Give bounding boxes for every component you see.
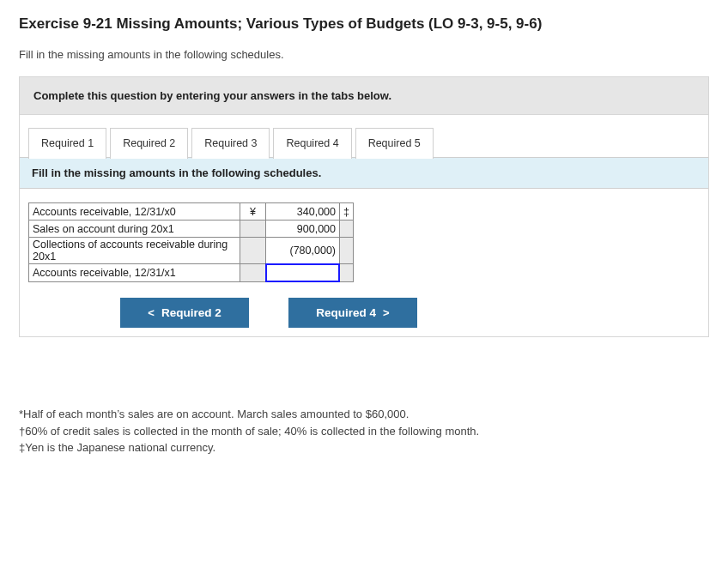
sheet-area: Accounts receivable, 12/31/x0 ¥ 340,000 …	[20, 189, 708, 336]
value-cell: (780,000)	[266, 238, 340, 264]
next-button-label: Required 4	[316, 306, 376, 319]
prev-button[interactable]: < Required 2	[120, 298, 249, 328]
symbol-cell: ‡	[340, 203, 354, 221]
footnotes: *Half of each month’s sales are on accou…	[19, 406, 709, 456]
intro-text: Fill in the missing amounts in the follo…	[19, 48, 709, 61]
row-label: Accounts receivable, 12/31/x1	[29, 264, 240, 282]
symbol-cell	[340, 264, 354, 282]
tab-required-5[interactable]: Required 5	[355, 128, 434, 159]
answer-input[interactable]	[266, 264, 339, 281]
symbol-cell	[340, 221, 354, 238]
prev-button-label: Required 2	[161, 306, 221, 319]
footnote-b: †60% of credit sales is collected in the…	[19, 423, 709, 440]
sub-instruction: Fill in the missing amounts in the follo…	[20, 157, 708, 189]
currency-cell	[240, 221, 266, 238]
tab-required-1[interactable]: Required 1	[28, 128, 106, 159]
row-label: Sales on account during 20x1	[29, 221, 240, 238]
answer-input-cell[interactable]	[266, 264, 340, 282]
row-label: Collections of accounts receivable durin…	[29, 238, 240, 264]
currency-cell	[240, 264, 266, 282]
table-row: Sales on account during 20x1 900,000	[29, 221, 354, 238]
value-cell: 900,000	[266, 221, 340, 238]
page-title: Exercise 9-21 Missing Amounts; Various T…	[19, 15, 709, 33]
next-button[interactable]: Required 4 >	[288, 298, 417, 328]
instruction-bar: Complete this question by entering your …	[20, 77, 708, 115]
symbol-cell	[340, 238, 354, 264]
chevron-left-icon: <	[148, 306, 155, 319]
question-panel: Complete this question by entering your …	[19, 76, 709, 337]
tab-required-3[interactable]: Required 3	[191, 128, 270, 159]
nav-buttons: < Required 2 Required 4 >	[28, 282, 509, 336]
schedule-table: Accounts receivable, 12/31/x0 ¥ 340,000 …	[28, 202, 354, 282]
table-row: Accounts receivable, 12/31/x0 ¥ 340,000 …	[29, 203, 354, 221]
footnote-c: ‡Yen is the Japanese national currency.	[19, 439, 709, 456]
tab-required-4[interactable]: Required 4	[273, 128, 351, 159]
table-row: Accounts receivable, 12/31/x1	[29, 264, 354, 282]
tab-required-2[interactable]: Required 2	[110, 128, 188, 159]
footnote-a: *Half of each month’s sales are on accou…	[19, 406, 709, 423]
value-cell: 340,000	[266, 203, 340, 221]
table-row: Collections of accounts receivable durin…	[29, 238, 354, 264]
row-label: Accounts receivable, 12/31/x0	[29, 203, 240, 221]
currency-cell: ¥	[240, 203, 266, 221]
currency-cell	[240, 238, 266, 264]
chevron-right-icon: >	[383, 306, 390, 319]
tabs-row: Required 1 Required 2 Required 3 Require…	[20, 115, 708, 158]
